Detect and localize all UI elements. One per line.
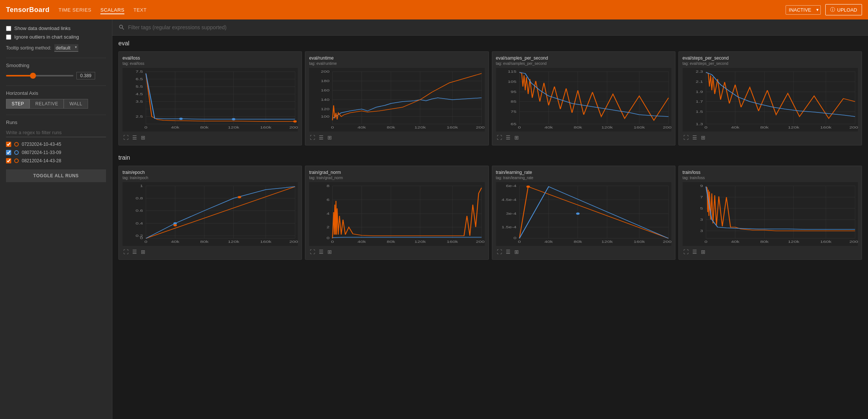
svg-text:0: 0 bbox=[513, 236, 516, 240]
train-epoch-expand[interactable]: ⛶ bbox=[123, 248, 129, 256]
train-loss-expand[interactable]: ⛶ bbox=[683, 248, 689, 256]
runs-title: Runs bbox=[6, 120, 106, 125]
svg-text:200k: 200k bbox=[849, 126, 858, 129]
svg-text:80k: 80k bbox=[200, 240, 209, 244]
svg-text:0: 0 bbox=[140, 236, 143, 240]
eval-steps-expand[interactable]: ⛶ bbox=[683, 134, 689, 141]
eval-runtime-expand[interactable]: ⛶ bbox=[309, 134, 316, 141]
chart-eval-samples: eval/samples_per_second tag: eval/sample… bbox=[492, 51, 675, 145]
svg-text:160k: 160k bbox=[633, 126, 645, 129]
eval-samples-download[interactable]: ⊞ bbox=[514, 134, 520, 141]
axis-wall-button[interactable]: WALL bbox=[64, 99, 88, 109]
search-input[interactable] bbox=[128, 24, 862, 30]
train-lr-download[interactable]: ⊞ bbox=[514, 248, 520, 256]
svg-text:160: 160 bbox=[321, 88, 330, 92]
train-loss-download[interactable]: ⊞ bbox=[700, 248, 706, 256]
smoothing-input[interactable] bbox=[76, 72, 95, 79]
run-item-2[interactable]: 08072024-11-33-09 bbox=[6, 150, 106, 155]
sidebar: Show data download links Ignore outliers… bbox=[0, 19, 112, 419]
train-lr-chart: 6e-4 4.5e-4 3e-4 1.5e-4 0 0 40k 80k 120k… bbox=[496, 182, 671, 246]
axis-relative-button[interactable]: RELATIVE bbox=[30, 99, 64, 109]
svg-text:0: 0 bbox=[145, 126, 148, 129]
smoothing-section: Smoothing bbox=[6, 63, 106, 79]
svg-point-127 bbox=[173, 224, 177, 226]
train-lr-tag: tag: train/learning_rate bbox=[496, 176, 671, 180]
run3-checkbox[interactable] bbox=[6, 158, 11, 163]
svg-text:7: 7 bbox=[700, 195, 703, 199]
eval-samples-title: eval/samples_per_second bbox=[496, 55, 671, 61]
svg-text:120k: 120k bbox=[601, 240, 613, 244]
runs-filter-input[interactable] bbox=[6, 128, 106, 137]
svg-text:160k: 160k bbox=[633, 240, 645, 244]
svg-point-173 bbox=[526, 186, 530, 188]
eval-loss-menu[interactable]: ☰ bbox=[131, 134, 138, 141]
chart-train-grad: train/grad_norm tag: train/grad_norm bbox=[305, 166, 489, 260]
toggle-all-button[interactable]: TOGGLE ALL RUNS bbox=[6, 169, 106, 182]
run1-checkbox[interactable] bbox=[6, 142, 11, 147]
svg-text:0: 0 bbox=[327, 236, 330, 240]
svg-text:0: 0 bbox=[145, 240, 148, 244]
eval-loss-expand[interactable]: ⛶ bbox=[123, 134, 129, 141]
svg-text:120k: 120k bbox=[228, 126, 239, 129]
tooltip-select-wrapper: default bbox=[54, 44, 78, 52]
train-lr-expand[interactable]: ⛶ bbox=[496, 248, 503, 256]
svg-text:105: 105 bbox=[508, 80, 517, 84]
svg-text:0.4: 0.4 bbox=[136, 221, 143, 225]
svg-text:0: 0 bbox=[331, 240, 334, 244]
train-loss-tag: tag: train/loss bbox=[683, 176, 858, 180]
ignore-outliers-row[interactable]: Ignore outliers in chart scaling bbox=[6, 34, 106, 40]
svg-point-27 bbox=[232, 118, 235, 120]
train-grad-expand[interactable]: ⛶ bbox=[309, 248, 316, 256]
divider-1 bbox=[6, 58, 106, 58]
run2-checkbox[interactable] bbox=[6, 150, 11, 155]
svg-text:200k: 200k bbox=[663, 126, 671, 129]
nav-text[interactable]: TEXT bbox=[133, 6, 146, 14]
train-loss-chart: 9 7 5 3 3 0 40k 80k 120k 160k 200k bbox=[683, 182, 858, 246]
svg-text:80k: 80k bbox=[387, 126, 395, 129]
svg-text:160k: 160k bbox=[260, 126, 272, 129]
svg-text:140: 140 bbox=[321, 98, 330, 102]
nav-right: INACTIVE ⓘ UPLOAD bbox=[786, 4, 862, 15]
main-content: eval eval/loss tag: eval/loss bbox=[112, 19, 868, 419]
tooltip-row: Tooltip sorting method: default bbox=[6, 44, 106, 52]
run3-dot bbox=[14, 159, 19, 163]
eval-samples-chart: 115 105 95 85 75 65 0 40k 80k 120k 160k … bbox=[496, 68, 671, 132]
show-download-checkbox[interactable] bbox=[6, 26, 11, 31]
eval-runtime-download[interactable]: ⊞ bbox=[327, 134, 333, 141]
svg-text:200k: 200k bbox=[289, 126, 298, 129]
axis-step-button[interactable]: STEP bbox=[6, 99, 30, 109]
train-grad-download[interactable]: ⊞ bbox=[327, 248, 333, 256]
eval-loss-chart: 7.5 6.5 5.5 4.5 3.5 2.5 0 40k 80k 120k 1… bbox=[123, 68, 298, 132]
tooltip-select[interactable]: default bbox=[54, 44, 78, 52]
eval-samples-menu[interactable]: ☰ bbox=[505, 134, 511, 141]
train-lr-menu[interactable]: ☰ bbox=[505, 248, 511, 256]
eval-samples-tag: tag: eval/samples_per_second bbox=[496, 61, 671, 66]
train-loss-menu[interactable]: ☰ bbox=[692, 248, 698, 256]
nav-scalars[interactable]: SCALARS bbox=[100, 6, 124, 14]
upload-button[interactable]: ⓘ UPLOAD bbox=[825, 4, 862, 15]
show-download-row[interactable]: Show data download links bbox=[6, 25, 106, 31]
search-bar bbox=[112, 19, 868, 36]
svg-text:200k: 200k bbox=[849, 240, 858, 244]
eval-steps-download[interactable]: ⊞ bbox=[700, 134, 706, 141]
svg-text:1: 1 bbox=[140, 184, 143, 188]
smoothing-slider[interactable] bbox=[6, 75, 73, 76]
eval-runtime-menu[interactable]: ☰ bbox=[318, 134, 324, 141]
train-epoch-menu[interactable]: ☰ bbox=[131, 248, 138, 256]
eval-steps-menu[interactable]: ☰ bbox=[692, 134, 698, 141]
eval-loss-download[interactable]: ⊞ bbox=[140, 134, 146, 141]
train-grad-menu[interactable]: ☰ bbox=[318, 248, 324, 256]
eval-samples-actions: ⛶ ☰ ⊞ bbox=[496, 134, 671, 141]
svg-text:6e-4: 6e-4 bbox=[506, 184, 517, 188]
eval-samples-expand[interactable]: ⛶ bbox=[496, 134, 503, 141]
svg-text:0: 0 bbox=[518, 240, 521, 244]
svg-text:200k: 200k bbox=[476, 240, 484, 244]
run-item-1[interactable]: 07232024-10-43-45 bbox=[6, 142, 106, 147]
ignore-outliers-checkbox[interactable] bbox=[6, 34, 11, 40]
svg-text:120: 120 bbox=[321, 107, 330, 111]
nav-time-series[interactable]: TIME SERIES bbox=[58, 6, 91, 14]
train-epoch-download[interactable]: ⊞ bbox=[140, 248, 146, 256]
inactive-select[interactable]: INACTIVE bbox=[786, 5, 821, 15]
run-item-3[interactable]: 08212024-14-43-28 bbox=[6, 158, 106, 163]
svg-text:5: 5 bbox=[700, 207, 703, 210]
